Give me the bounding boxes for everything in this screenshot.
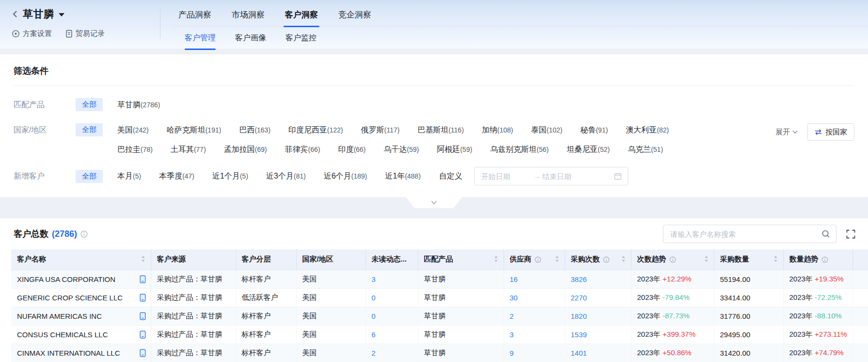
contact-icon[interactable]: [140, 294, 146, 302]
customer-search-input[interactable]: [669, 230, 821, 239]
column-header[interactable]: 客户来源: [151, 249, 236, 270]
table-row[interactable]: CONSUS CHEMICALS LLC 采购过产品：草甘膦 标杆客户 美国 6…: [11, 325, 868, 344]
primary-tab[interactable]: 市场洞察: [230, 6, 266, 26]
fullscreen-icon[interactable]: [846, 230, 855, 239]
customer-name[interactable]: GENERIC CROP SCIENCE LLC: [17, 294, 123, 302]
purchase-count-link[interactable]: 2270: [571, 294, 587, 302]
date-range-picker[interactable]: →: [474, 167, 628, 185]
suppliers-link[interactable]: 30: [510, 294, 518, 302]
country-option[interactable]: 乌干达(59): [384, 145, 419, 155]
search-icon[interactable]: [821, 230, 830, 238]
unread-updates-link[interactable]: 3: [372, 275, 376, 283]
unread-updates-link[interactable]: 0: [372, 294, 376, 302]
product-dropdown-icon[interactable]: [59, 13, 64, 16]
country-option[interactable]: 坦桑尼亚(52): [567, 145, 610, 155]
column-header[interactable]: 国家/地区: [296, 249, 365, 270]
customer-name[interactable]: CONSUS CHEMICALS LLC: [17, 330, 108, 339]
sort-icon[interactable]: [554, 255, 560, 264]
period-option[interactable]: 近6个月(189): [324, 171, 367, 181]
country-option[interactable]: 印度(66): [338, 145, 366, 155]
info-icon[interactable]: [80, 230, 88, 238]
purchase-count-link[interactable]: 3826: [571, 275, 587, 283]
table-row[interactable]: CINMAX INTERNATIONAL LLC 采购过产品：草甘膦 标杆客户 …: [11, 344, 868, 362]
sort-icon[interactable]: [141, 255, 146, 264]
period-option[interactable]: 近1个月(5): [212, 171, 248, 181]
country-option[interactable]: 土耳其(77): [171, 145, 206, 155]
country-option[interactable]: 巴基斯坦(116): [417, 125, 464, 135]
country-option[interactable]: 哈萨克斯坦(191): [167, 125, 221, 135]
country-option[interactable]: 俄罗斯(117): [361, 125, 400, 135]
info-icon[interactable]: [821, 256, 828, 263]
column-header[interactable]: 匹配产品: [418, 249, 504, 270]
info-icon[interactable]: [535, 256, 541, 263]
unread-updates-link[interactable]: 6: [372, 330, 376, 339]
customer-name[interactable]: XINGFA USA CORPORATION: [17, 275, 115, 283]
country-option[interactable]: 泰国(102): [531, 125, 563, 135]
secondary-tab[interactable]: 客户画像: [235, 33, 266, 50]
column-header[interactable]: 数量趋势: [783, 249, 852, 270]
country-option[interactable]: 乌克兰(51): [628, 145, 663, 155]
country-option[interactable]: 阿根廷(59): [437, 145, 472, 155]
column-header[interactable]: [852, 249, 868, 270]
contact-icon[interactable]: [140, 330, 146, 339]
suppliers-link[interactable]: 3: [510, 330, 514, 339]
end-date-input[interactable]: [541, 172, 595, 181]
primary-tab[interactable]: 客户洞察: [284, 6, 319, 26]
purchase-count-link[interactable]: 1401: [571, 349, 587, 357]
table-row[interactable]: GENERIC CROP SCIENCE LLC 采购过产品：草甘膦 低活跃客户…: [11, 288, 868, 307]
country-option[interactable]: 加纳(108): [482, 125, 513, 135]
suppliers-link[interactable]: 9: [510, 349, 514, 357]
expand-toggle[interactable]: 展开: [775, 128, 798, 137]
column-header[interactable]: 供应商: [504, 249, 565, 270]
collapse-filters-button[interactable]: [406, 197, 462, 208]
start-date-input[interactable]: [480, 172, 534, 181]
primary-tab[interactable]: 产品洞察: [177, 6, 213, 26]
secondary-tab[interactable]: 客户监控: [285, 33, 316, 50]
sort-icon[interactable]: [493, 255, 499, 264]
suppliers-link[interactable]: 2: [510, 312, 514, 320]
customer-name[interactable]: CINMAX INTERNATIONAL LLC: [17, 349, 120, 357]
custom-range-option[interactable]: 自定义: [439, 171, 462, 181]
country-option[interactable]: 巴拉圭(78): [117, 145, 153, 155]
contact-icon[interactable]: [140, 349, 146, 357]
scheme-settings-button[interactable]: 方案设置: [12, 29, 52, 38]
sort-icon[interactable]: [621, 255, 626, 264]
column-header[interactable]: 采购次数: [565, 249, 631, 270]
country-all-tag[interactable]: 全部: [76, 123, 103, 136]
country-option[interactable]: 印度尼西亚(122): [288, 125, 343, 135]
unread-updates-link[interactable]: 2: [372, 349, 376, 357]
customer-name[interactable]: NUFARM AMERICAS INC: [17, 312, 102, 320]
column-header[interactable]: 次数趋势: [631, 249, 714, 270]
purchase-count-link[interactable]: 1820: [571, 312, 587, 320]
info-icon[interactable]: [669, 256, 676, 263]
by-country-button[interactable]: 按国家: [807, 123, 854, 141]
period-option[interactable]: 本季度(47): [159, 171, 194, 181]
column-header[interactable]: 采购数量: [714, 249, 783, 270]
product-option[interactable]: 草甘膦(2786): [117, 100, 160, 110]
country-option[interactable]: 孟加拉国(69): [224, 145, 267, 155]
new-customer-all-tag[interactable]: 全部: [76, 170, 103, 183]
column-header[interactable]: 客户分层: [236, 249, 296, 270]
back-icon[interactable]: [12, 10, 18, 18]
suppliers-link[interactable]: 16: [510, 275, 518, 283]
primary-tab[interactable]: 竞企洞察: [337, 6, 373, 26]
trade-record-button[interactable]: 贸易记录: [65, 29, 105, 38]
period-option[interactable]: 近1年(488): [385, 171, 421, 181]
purchase-count-link[interactable]: 1539: [571, 330, 587, 339]
table-row[interactable]: XINGFA USA CORPORATION 采购过产品：草甘膦 标杆客户 美国…: [11, 270, 868, 288]
country-option[interactable]: 美国(242): [117, 125, 149, 135]
column-header[interactable]: 客户名称: [11, 249, 151, 270]
period-option[interactable]: 近3个月(81): [266, 171, 306, 181]
secondary-tab[interactable]: 客户管理: [185, 33, 216, 50]
unread-updates-link[interactable]: 0: [372, 312, 376, 320]
contact-icon[interactable]: [140, 312, 146, 320]
matched-product-all-tag[interactable]: 全部: [76, 98, 103, 111]
contact-icon[interactable]: [140, 275, 146, 283]
column-header[interactable]: 未读动态...: [365, 249, 418, 270]
period-option[interactable]: 本月(5): [117, 171, 141, 181]
country-option[interactable]: 澳大利亚(82): [626, 125, 669, 135]
country-option[interactable]: 菲律宾(66): [285, 145, 320, 155]
country-option[interactable]: 秘鲁(91): [580, 125, 608, 135]
info-icon[interactable]: [603, 256, 610, 263]
country-option[interactable]: 乌兹别克斯坦(56): [490, 145, 549, 155]
